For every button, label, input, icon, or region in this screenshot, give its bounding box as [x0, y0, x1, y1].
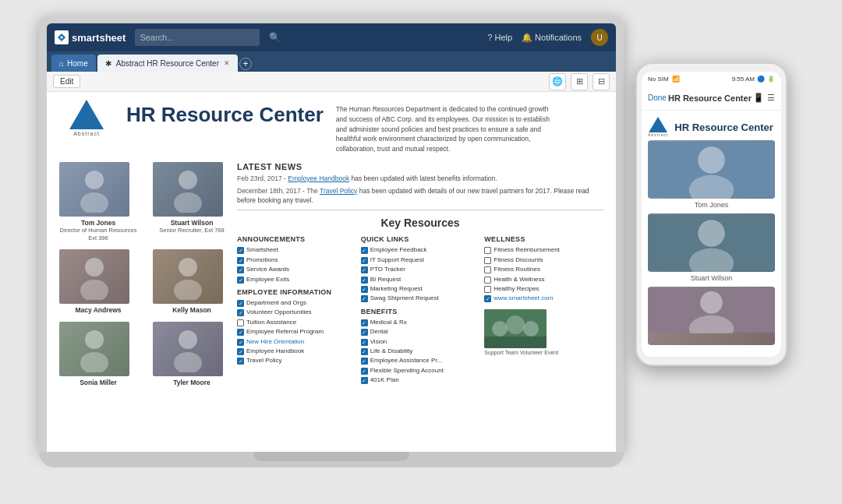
person-name-macy: Macy Andrews — [59, 306, 137, 314]
laptop-notch — [253, 452, 409, 461]
checkbox-new-hire — [237, 339, 244, 346]
svg-point-1 — [80, 192, 108, 213]
cb-swag — [361, 295, 368, 302]
bell-icon: 🔔 — [522, 33, 532, 43]
tab-close-button[interactable]: ✕ — [224, 59, 230, 67]
toolbar-right: ? Help 🔔 Notifications U — [487, 29, 608, 46]
resource-website: www.smartsheet.com — [484, 294, 603, 302]
laptop-device: smartsheet 🔍 ? Help 🔔 Notifications U — [39, 16, 624, 483]
resource-service-awards: Service Awards — [237, 266, 356, 273]
layout-icon[interactable]: ⊞ — [571, 73, 588, 90]
person-card-sonia: Sonia Miller — [59, 322, 137, 386]
checkbox-employee-exits — [237, 277, 244, 284]
resource-referral: Employee Referral Program — [237, 328, 356, 336]
people-grid: Tom Jones Director of Human ResourcesExt… — [59, 162, 223, 387]
content-layout: Tom Jones Director of Human ResourcesExt… — [59, 162, 603, 452]
resource-tuition: Tuition Assistance — [237, 319, 356, 326]
person-name-stuart: Stuart Wilson — [153, 219, 231, 227]
cb-it-support — [361, 257, 368, 264]
cb-fsa — [361, 368, 368, 375]
phone-phone-icon[interactable]: 📱 — [753, 93, 764, 103]
person-card-stuart: Stuart Wilson Senior Recruiter, Ext 768 — [153, 162, 231, 242]
resource-promotions: Promotions — [237, 256, 356, 264]
svg-point-0 — [85, 171, 104, 189]
resource-vision: Vision — [361, 338, 480, 346]
smartsheet-toolbar: smartsheet 🔍 ? Help 🔔 Notifications U — [47, 23, 616, 51]
phone-logo-triangle — [649, 117, 667, 132]
laptop-base — [39, 452, 624, 467]
news-title: LATEST NEWS — [237, 162, 603, 171]
search-icon: 🔍 — [269, 32, 281, 43]
people-section: Tom Jones Director of Human ResourcesExt… — [59, 162, 231, 452]
phone-content: Abstract HR Resource Center Tom Jones — [642, 111, 781, 357]
svg-point-5 — [80, 280, 108, 300]
resource-medical: Medical & Rx — [361, 319, 480, 326]
checkbox-referral — [237, 329, 244, 336]
cb-website — [484, 295, 491, 302]
edit-button[interactable]: Edit — [53, 75, 80, 88]
search-input[interactable] — [135, 29, 260, 46]
resources-section: LATEST NEWS Feb 23rd, 2017 - Employee Ha… — [237, 162, 603, 452]
resource-swag: Swag Shipment Request — [361, 294, 480, 302]
hr-resource-tab[interactable]: ✱ Abstract HR Resource Center ✕ — [97, 55, 238, 72]
phone-nav: Done HR Resource Center 📱 ☰ — [642, 86, 781, 111]
cb-health — [484, 277, 491, 284]
main-content: Abstract HR Resource Center The Human Re… — [47, 92, 616, 452]
home-tab[interactable]: ⌂ Home — [51, 55, 96, 72]
person-card-tom: Tom Jones Director of Human ResourcesExt… — [59, 162, 137, 242]
resource-bi: BI Request — [361, 276, 480, 284]
phone-hr-title: HR Resource Center — [674, 122, 773, 133]
news-item-2: December 18th, 2017 - The Travel Policy … — [237, 187, 603, 206]
resource-travel: Travel Policy — [237, 357, 356, 365]
person-card-tyler: Tyler Moore — [153, 322, 231, 386]
cb-life — [361, 348, 368, 355]
phone-done-button[interactable]: Done — [648, 93, 667, 102]
help-button[interactable]: ? Help — [487, 33, 512, 42]
cb-emp-feedback — [361, 247, 368, 254]
svg-point-9 — [80, 352, 108, 372]
smartsheet-logo-text: smartsheet — [72, 32, 126, 44]
resource-emp-feedback: Employee Feedback — [361, 246, 480, 254]
phone-photo-tom — [648, 140, 775, 199]
resource-fitness-disc: Fitness Discounts — [484, 256, 603, 264]
svg-point-4 — [85, 258, 104, 277]
add-tab-button[interactable]: + — [239, 58, 252, 70]
cb-pto — [361, 266, 368, 273]
phone-body: No SIM 📶 9:55 AM 🔵 🔋 Done HR Resource Ce… — [635, 62, 787, 366]
checkbox-promotions — [237, 257, 244, 264]
checkbox-dept — [237, 300, 244, 307]
person-title-stuart: Senior Recruiter, Ext 768 — [153, 227, 231, 234]
person-photo-macy — [59, 249, 129, 304]
person-photo-tom — [59, 162, 129, 217]
view-icon[interactable]: ⊟ — [593, 73, 610, 90]
resource-fitness-reimb: Fitness Reimbursement — [484, 246, 603, 254]
resource-dental: Dental — [361, 328, 480, 336]
resource-fitness-rout: Fitness Routines — [484, 266, 603, 273]
news-link-1[interactable]: Employee Handbook — [288, 174, 349, 182]
phone-time: 9:55 AM — [732, 76, 755, 83]
phone-logo-subtitle: Abstract — [648, 132, 668, 137]
svg-point-11 — [174, 352, 202, 372]
cb-fitness-rout — [484, 266, 491, 273]
hr-title: HR Resource Center — [126, 103, 324, 127]
globe-icon[interactable]: 🌐 — [549, 73, 566, 90]
svg-point-24 — [700, 291, 723, 314]
svg-point-10 — [179, 330, 197, 349]
person-photo-stuart — [153, 162, 223, 217]
resource-volunteer: Volunteer Opportunities — [237, 308, 356, 316]
notifications-button[interactable]: 🔔 Notifications — [522, 33, 582, 43]
benefits-title: BENEFITS — [361, 308, 480, 315]
resource-smartsheet: Smartsheet — [237, 246, 356, 254]
tab-close-icon: ✱ — [105, 59, 111, 68]
user-avatar[interactable]: U — [591, 29, 608, 46]
resource-employee-exits: Employee Exits — [237, 276, 356, 284]
logo-subtitle: Abstract — [73, 131, 100, 136]
phone-device: No SIM 📶 9:55 AM 🔵 🔋 Done HR Resource Ce… — [635, 62, 787, 366]
phone-menu-icon[interactable]: ☰ — [767, 93, 775, 103]
news-link-2[interactable]: Travel Policy — [320, 187, 357, 195]
news-item-1: Feb 23rd, 2017 - Employee Handbook has b… — [237, 174, 603, 184]
cb-eap — [361, 358, 368, 365]
cb-401k — [361, 377, 368, 384]
phone-name-stuart: Stuart Wilson — [648, 274, 775, 282]
phone-wifi-icon: 📶 — [672, 76, 680, 83]
